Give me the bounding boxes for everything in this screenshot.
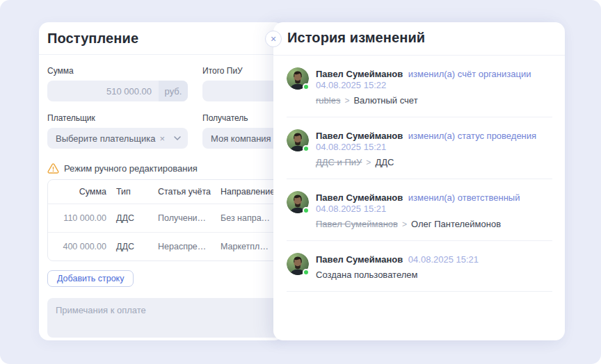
manual-edit-warning: Режим ручного редактирования	[47, 163, 284, 174]
receipt-title: Поступление	[47, 31, 138, 46]
entry-timestamp: 04.08.2025 15:21	[316, 142, 386, 152]
receipt-panel: Поступление Сумма 510 000.00 руб. Итого …	[39, 22, 284, 340]
recipient-input[interactable]: Моя компания	[202, 128, 284, 149]
entry-timestamp: 04.08.2025 15:22	[316, 80, 386, 90]
entry-note: Создана пользователем	[316, 270, 417, 280]
table-cell: ДДС	[106, 242, 147, 251]
entry-headline: Павел Сумейманов 04.08.2025 15:21	[316, 254, 479, 265]
table-cell: ДДС	[106, 213, 147, 223]
entry-user-name: Павел Сумейманов	[316, 192, 406, 203]
app-background: Поступление Сумма 510 000.00 руб. Итого …	[0, 0, 601, 364]
entry-timestamp: 04.08.2025 15:21	[316, 204, 386, 214]
history-entry: Павел Сумейманов 04.08.2025 15:21 Создан…	[287, 241, 552, 292]
amount-row: Сумма 510 000.00 руб. Итого ПиУ	[47, 66, 284, 101]
entry-text: Павел Сумейманов изменил(а) статус прове…	[316, 129, 552, 168]
payer-label: Плательщик	[47, 113, 188, 123]
table-cell: 400 000.00	[48, 242, 106, 251]
table-header-cell: Статья учёта	[147, 187, 212, 197]
history-header: История изменений	[273, 22, 565, 56]
total-piu-input[interactable]	[202, 81, 284, 101]
online-status-dot	[303, 145, 310, 152]
amount-label: Сумма	[47, 66, 188, 76]
recipient-value: Моя компания	[211, 133, 271, 144]
chevron-separator-icon: >	[402, 220, 407, 229]
entry-text: Павел Сумейманов изменил(а) счёт организ…	[316, 67, 552, 106]
table-cell: Получени…	[147, 213, 212, 223]
recipient-label: Получатель	[202, 113, 284, 123]
table-row[interactable]: 110 000.00ДДСПолучени…Без напра…	[48, 204, 283, 232]
payment-notes-input[interactable]: Примечания к оплате	[47, 298, 284, 338]
amount-input[interactable]: 510 000.00 руб.	[47, 81, 188, 101]
entry-action: изменил(а) статус проведения	[408, 131, 536, 141]
entry-text: Павел Сумейманов изменил(а) ответственны…	[316, 191, 552, 230]
entry-timestamp: 04.08.2025 15:21	[408, 254, 479, 265]
online-status-dot	[303, 207, 310, 214]
entry-user-name: Павел Сумейманов	[316, 131, 406, 141]
amount-value: 510 000.00	[47, 86, 159, 97]
party-row: Плательщик Выберите плательщика × Получа…	[47, 113, 284, 149]
entry-old-value: Павел Сумейманов	[316, 219, 398, 229]
online-status-dot	[303, 83, 310, 90]
entry-text: Павел Сумейманов 04.08.2025 15:21 Создан…	[316, 253, 479, 281]
entry-new-value: Олег Пантелеймонов	[411, 219, 501, 229]
table-cell: Нераспре…	[147, 242, 212, 251]
entry-change-detail: Создана пользователем	[316, 270, 479, 281]
table-cell: Маркетпл…	[212, 242, 283, 251]
payer-select[interactable]: Выберите плательщика ×	[47, 128, 188, 149]
payer-placeholder: Выберите плательщика	[56, 133, 155, 144]
payment-notes-placeholder: Примечания к оплате	[56, 305, 146, 315]
currency-suffix: руб.	[159, 81, 188, 101]
add-row-button[interactable]: Добавить строку	[47, 270, 134, 287]
entry-user-name: Павел Сумейманов	[316, 254, 406, 265]
table-header-row: СуммаТипСтатья учётаНаправление	[48, 180, 283, 204]
table-cell: 110 000.00	[48, 213, 106, 223]
entry-headline: Павел Сумейманов изменил(а) счёт организ…	[316, 69, 552, 91]
entry-old-value: ДДС и ПиУ	[316, 157, 362, 167]
history-entry: Павел Сумейманов изменил(а) счёт организ…	[287, 56, 552, 117]
chevron-separator-icon: >	[344, 96, 349, 106]
avatar	[287, 253, 309, 275]
table-header-cell: Направление	[212, 187, 283, 197]
entries-table: СуммаТипСтатья учётаНаправление 110 000.…	[47, 179, 284, 261]
total-piu-label: Итого ПиУ	[202, 66, 284, 76]
history-title: История изменений	[287, 30, 425, 45]
receipt-header: Поступление	[39, 22, 284, 55]
online-status-dot	[303, 269, 310, 276]
avatar	[287, 129, 309, 151]
chevron-separator-icon: >	[366, 158, 371, 167]
receipt-body: Сумма 510 000.00 руб. Итого ПиУ Плательщ…	[39, 66, 284, 338]
entry-action: изменил(а) ответственный	[408, 192, 520, 203]
history-entries: Павел Сумейманов изменил(а) счёт организ…	[273, 56, 565, 292]
entry-change-detail: Павел Сумейманов>Олег Пантелеймонов	[316, 219, 552, 230]
table-header-cell: Сумма	[48, 187, 106, 197]
chevron-down-icon[interactable]	[174, 136, 181, 140]
warning-text: Режим ручного редактирования	[64, 163, 198, 174]
close-icon[interactable]: ×	[265, 31, 282, 47]
history-entry: Павел Сумейманов изменил(а) ответственны…	[287, 179, 552, 241]
entry-new-value: Валютный счет	[353, 95, 417, 106]
warning-icon	[47, 163, 59, 174]
entry-action: изменил(а) счёт организации	[408, 69, 531, 79]
history-entry: Павел Сумейманов изменил(а) статус прове…	[287, 117, 552, 179]
entry-headline: Павел Сумейманов изменил(а) ответственны…	[316, 192, 552, 215]
entry-old-value: rubles	[316, 95, 340, 106]
entry-new-value: ДДС	[375, 157, 394, 167]
entry-change-detail: ДДС и ПиУ>ДДС	[316, 157, 552, 168]
table-cell: Без напра…	[212, 213, 283, 223]
table-header-cell: Тип	[106, 187, 147, 197]
avatar	[287, 191, 309, 213]
entry-headline: Павел Сумейманов изменил(а) статус прове…	[316, 131, 552, 153]
clear-icon[interactable]: ×	[159, 134, 165, 143]
table-row[interactable]: 400 000.00ДДСНераспре…Маркетпл…	[48, 232, 283, 260]
avatar	[287, 67, 309, 90]
entry-user-name: Павел Сумейманов	[316, 69, 406, 79]
history-panel: × История изменений	[273, 22, 565, 340]
entry-change-detail: rubles>Валютный счет	[316, 95, 552, 106]
